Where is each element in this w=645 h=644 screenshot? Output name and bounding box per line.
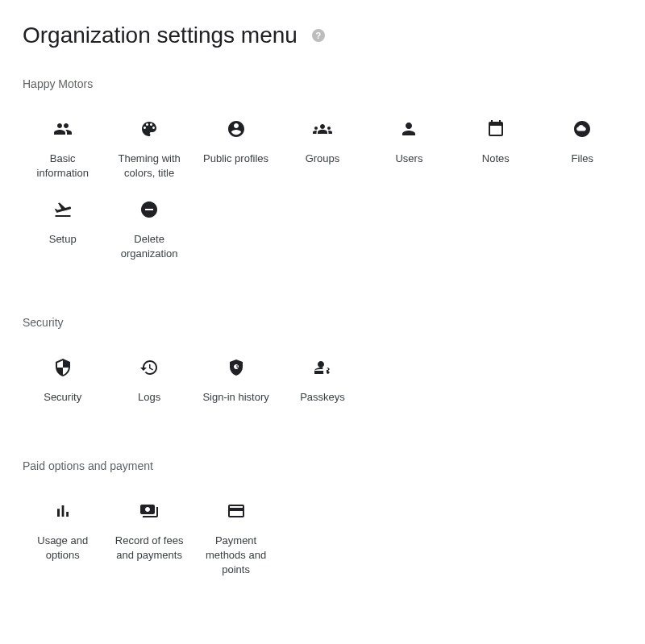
grid-paid: Usage and options Record of fees and pay… — [23, 492, 622, 577]
calendar-icon — [480, 113, 512, 145]
tile-public-profiles[interactable]: Public profiles — [196, 110, 276, 181]
tile-label: Passkeys — [300, 390, 345, 405]
tile-theming[interactable]: Theming with colors, title — [109, 110, 189, 181]
tile-files[interactable]: Files — [543, 110, 622, 181]
tile-record-fees-payments[interactable]: Record of fees and payments — [109, 492, 189, 577]
tile-setup[interactable]: Setup — [23, 190, 102, 261]
account-circle-icon — [220, 113, 252, 145]
shield-clock-icon — [220, 351, 252, 384]
grid-security: Security Logs Sign-in history Passkeys — [23, 348, 622, 405]
bar-chart-icon — [47, 495, 79, 527]
tile-label: Notes — [482, 152, 510, 166]
tile-notes[interactable]: Notes — [456, 110, 535, 181]
tile-delete-organization[interactable]: Delete organization — [109, 190, 189, 261]
tile-label: Setup — [49, 232, 77, 247]
tile-usage-and-options[interactable]: Usage and options — [23, 492, 102, 577]
page-title: Organization settings menu — [23, 23, 298, 48]
tile-label: Payment methods and points — [199, 534, 273, 577]
credit-card-icon — [220, 495, 252, 527]
section-label-security: Security — [23, 316, 622, 329]
tile-label: Record of fees and payments — [112, 534, 186, 563]
person-icon — [393, 113, 425, 145]
tile-payment-methods[interactable]: Payment methods and points — [196, 492, 276, 577]
tile-label: Groups — [306, 152, 340, 166]
tile-label: Files — [572, 152, 593, 166]
groups-icon — [306, 113, 339, 145]
tile-passkeys[interactable]: Passkeys — [282, 348, 362, 405]
tile-security[interactable]: Security — [23, 348, 102, 405]
tile-label: Logs — [138, 390, 160, 405]
people-icon — [47, 113, 79, 145]
tile-label: Users — [395, 152, 422, 166]
flight-takeoff-icon — [47, 193, 79, 226]
tile-basic-information[interactable]: Basic information — [23, 110, 102, 181]
palette-icon — [133, 113, 165, 145]
tile-users[interactable]: Users — [369, 110, 449, 181]
tile-label: Basic information — [26, 152, 100, 181]
tile-label: Theming with colors, title — [112, 152, 186, 181]
tile-label: Sign-in history — [202, 390, 268, 405]
section-label-happy-motors: Happy Motors — [23, 77, 622, 90]
tile-label: Public profiles — [203, 152, 268, 166]
history-icon — [133, 351, 165, 384]
tile-label: Usage and options — [26, 534, 100, 563]
page-title-row: Organization settings menu ? — [23, 23, 622, 48]
payments-icon — [133, 495, 165, 527]
tile-signin-history[interactable]: Sign-in history — [196, 348, 276, 405]
grid-happy-motors: Basic information Theming with colors, t… — [23, 110, 622, 261]
passkey-icon — [306, 351, 339, 384]
shield-icon — [47, 351, 79, 384]
tile-label: Security — [44, 390, 81, 405]
tile-groups[interactable]: Groups — [282, 110, 362, 181]
tile-label: Delete organization — [112, 232, 186, 261]
cloud-icon — [566, 113, 598, 145]
tile-logs[interactable]: Logs — [109, 348, 189, 405]
do-not-disturb-icon — [133, 193, 165, 226]
section-label-paid: Paid options and payment — [23, 459, 622, 472]
help-icon[interactable]: ? — [312, 29, 325, 42]
